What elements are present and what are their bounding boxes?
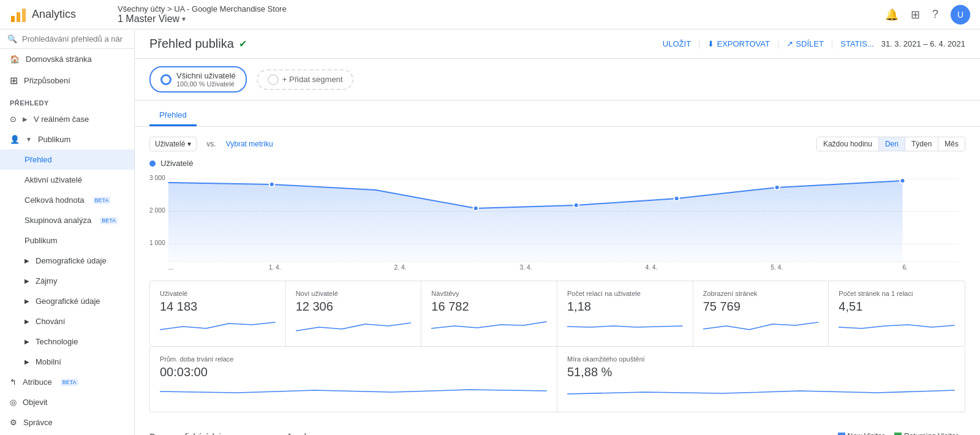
chart-controls: Uživatelé ▾ vs. Vybrat metriku Každou ho… — [149, 137, 965, 151]
sidebar-admin-label: Správce — [23, 418, 53, 427]
sidebar-item-interests[interactable]: ▶ Zájmy — [0, 271, 134, 291]
segment-info: Všichni uživatelé 100,00 % Uživatelé — [176, 71, 236, 88]
sidebar-demo-label: Demografické údaje — [36, 256, 107, 265]
select-metric-link[interactable]: Vybrat metriku — [226, 140, 273, 148]
sidebar-item-cohort[interactable]: Skupinová analýza BETA — [0, 210, 134, 230]
metric-label-2: Návštěvy — [431, 290, 547, 297]
language-section: Jazyk Uživatelé Uživatelé v % 1. en-us 8… — [287, 432, 816, 435]
metrics-grid: Uživatelé 14 183 Noví uživatelé 12 306 N… — [149, 281, 965, 347]
sparkline-0 — [160, 317, 276, 336]
all-users-segment[interactable]: Všichni uživatelé 100,00 % Uživatelé — [149, 66, 247, 93]
segment-circle — [160, 74, 172, 85]
metric2-value-1: 51,88 % — [567, 365, 955, 379]
sidebar-item-discover[interactable]: ◎ Objevit — [0, 392, 134, 412]
time-btn-hourly[interactable]: Každou hodinu — [817, 137, 879, 151]
sidebar: 🔍 🏠 Domovská stránka ⊞ Přizpůsobení PŘEH… — [0, 29, 135, 435]
pie-dot-green — [894, 433, 902, 435]
metric-value-5: 4,51 — [839, 300, 955, 314]
sidebar-item-active-users[interactable]: Aktivní uživatelé — [0, 170, 134, 190]
sidebar-collapse-btn[interactable]: ❮ — [0, 433, 134, 435]
sidebar-cohort-label: Skupinová analýza — [24, 216, 91, 225]
sidebar-item-demo[interactable]: ▶ Demografické údaje — [0, 251, 134, 271]
view-label[interactable]: 1 Master View — [118, 13, 179, 25]
apps-icon[interactable]: ⊞ — [911, 8, 920, 21]
svg-point-23 — [900, 178, 905, 183]
search-bar[interactable]: 🔍 — [0, 29, 134, 49]
sidebar-item-audience[interactable]: 👤 ▼ Publikum — [0, 129, 134, 149]
sidebar-item-customize[interactable]: ⊞ Přizpůsobení — [0, 69, 134, 92]
admin-icon: ⚙ — [10, 418, 17, 427]
sidebar-item-tech[interactable]: ▶ Technologie — [0, 331, 134, 352]
audience-icon: 👤 — [10, 135, 20, 144]
page-title: Přehled publika ✔ — [149, 37, 247, 51]
sidebar-item-admin[interactable]: ⚙ Správce — [0, 412, 134, 433]
sparkline2-0 — [160, 383, 547, 401]
sidebar-item-mobile[interactable]: ▶ Mobilní — [0, 352, 134, 372]
time-btn-month[interactable]: Měs — [938, 137, 965, 151]
sidebar-item-ltv[interactable]: Celková hodnota BETA — [0, 190, 134, 210]
chart-section: Uživatelé ▾ vs. Vybrat metriku Každou ho… — [135, 127, 980, 281]
section-label-prehledy: PŘEHLEDY — [0, 92, 134, 109]
svg-text:1 000: 1 000 — [149, 240, 165, 246]
logo-area: Analytics — [10, 6, 108, 23]
sparkline-4 — [703, 317, 819, 336]
sidebar-mobile-label: Mobilní — [36, 357, 61, 366]
stats-button[interactable]: STATIS... — [840, 39, 873, 48]
export-button[interactable]: ⬇ EXPORTOVAT — [707, 39, 769, 48]
main-content: Přehled publika ✔ ULOŽIT | ⬇ EXPORTOVAT … — [135, 29, 980, 435]
account-info: Všechny účty > UA - Google Merchandise S… — [118, 4, 287, 25]
share-button[interactable]: ↗ SDÍLET — [786, 39, 824, 48]
sidebar-ltv-label: Celková hodnota — [24, 195, 85, 205]
legend-label: Uživatelé — [160, 159, 193, 168]
avatar[interactable]: U — [951, 5, 970, 25]
sidebar-item-geo[interactable]: ▶ Geografické údaje — [0, 291, 134, 311]
metric-select[interactable]: Uživatelé ▾ — [149, 137, 197, 151]
metric-value-1: 12 306 — [296, 300, 412, 314]
home-icon: 🏠 — [10, 55, 20, 64]
svg-text:2 000: 2 000 — [149, 207, 165, 214]
sidebar-discover-label: Objevit — [23, 398, 47, 407]
sidebar-item-overview[interactable]: Přehled — [0, 149, 134, 170]
metrics-grid-2: Prům. doba trvání relace 00:03:00 Míra o… — [149, 347, 965, 412]
language-title: Jazyk — [287, 432, 309, 435]
add-segment-btn[interactable]: + Přidat segment — [257, 69, 354, 90]
time-btn-day[interactable]: Den — [879, 137, 905, 151]
view-arrow[interactable]: ▾ — [182, 15, 186, 23]
sidebar-item-audiences[interactable]: Publikum — [0, 230, 134, 251]
mobile-arrow: ▶ — [24, 358, 29, 365]
svg-text:6.: 6. — [903, 264, 908, 271]
metric-card2-1: Míra okamžitého opuštění 51,88 % — [557, 347, 965, 412]
tab-overview[interactable]: Přehled — [149, 105, 197, 126]
realtime-icon: ⊙ — [10, 115, 17, 124]
demographics-section: Demografické údaje Jazyk ▶ Země — [149, 432, 272, 435]
add-segment-circle — [268, 74, 279, 85]
sidebar-item-behavior[interactable]: ▶ Chování — [0, 311, 134, 331]
behavior-arrow: ▶ — [24, 318, 29, 325]
sidebar-item-attribution[interactable]: ↰ Atribuce BETA — [0, 372, 134, 392]
sidebar-item-realtime[interactable]: ⊙ ▶ V reálném čase — [0, 109, 134, 129]
top-bar: Analytics Všechny účty > UA - Google Mer… — [0, 0, 980, 29]
share-icon: ↗ — [786, 39, 793, 48]
segments-bar: Všichni uživatelé 100,00 % Uživatelé + P… — [135, 59, 980, 100]
save-button[interactable]: ULOŽIT — [663, 39, 691, 48]
svg-marker-17 — [168, 181, 903, 262]
sparkline-1 — [296, 317, 412, 336]
main-layout: 🔍 🏠 Domovská stránka ⊞ Přizpůsobení PŘEH… — [0, 29, 980, 435]
legend-dot — [149, 161, 156, 167]
top-bar-right: 🔔 ⊞ ? U — [885, 5, 970, 25]
search-input[interactable] — [22, 34, 127, 44]
metric-label-1: Noví uživatelé — [296, 290, 412, 297]
sidebar-audiences-label: Publikum — [24, 236, 57, 245]
sidebar-item-home[interactable]: 🏠 Domovská stránka — [0, 49, 134, 69]
sparkline-3 — [567, 317, 683, 336]
metric-card-0: Uživatelé 14 183 — [150, 281, 286, 346]
pie-legend: New Visitor Returning Visitor — [838, 432, 959, 435]
interests-arrow: ▶ — [24, 278, 29, 284]
pie-section: New Visitor Returning Visitor 80,9% — [831, 432, 965, 435]
metric-label-4: Zobrazení stránek — [703, 290, 819, 297]
notification-icon[interactable]: 🔔 — [885, 8, 899, 21]
time-btn-week[interactable]: Týden — [905, 137, 938, 151]
sidebar-tech-label: Technologie — [36, 337, 78, 346]
svg-text:4. 4.: 4. 4. — [645, 264, 657, 271]
help-icon[interactable]: ? — [932, 8, 938, 21]
